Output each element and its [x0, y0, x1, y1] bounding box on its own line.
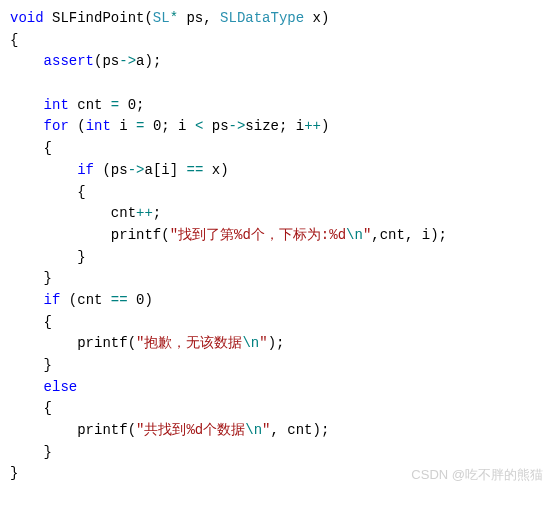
- paren: (: [161, 227, 169, 243]
- ident-i: i: [296, 118, 304, 134]
- brace-open: {: [10, 32, 18, 48]
- assert-call: assert: [44, 53, 94, 69]
- comma: ,: [371, 227, 379, 243]
- lt: <: [195, 118, 203, 134]
- ident-cnt: cnt: [77, 292, 102, 308]
- ident-ps: ps: [102, 53, 119, 69]
- eqeq: ==: [187, 162, 204, 178]
- ident-cnt: cnt: [77, 97, 102, 113]
- paren: ): [321, 118, 329, 134]
- keyword-else: else: [44, 379, 78, 395]
- semi: ;: [161, 118, 169, 134]
- semi: ;: [153, 205, 161, 221]
- arrow: ->: [229, 118, 246, 134]
- bracket: ]: [170, 162, 178, 178]
- paren: ): [313, 422, 321, 438]
- brace-open: {: [44, 400, 52, 416]
- ident-x: x: [212, 162, 220, 178]
- semi: ;: [279, 118, 287, 134]
- semi: ;: [136, 97, 144, 113]
- printf-call: printf: [77, 335, 127, 351]
- param-x: x: [313, 10, 321, 26]
- paren: ): [144, 292, 152, 308]
- star: *: [170, 10, 178, 26]
- string-literal: "共找到%d个数据: [136, 422, 245, 438]
- keyword-int: int: [44, 97, 69, 113]
- paren: ): [144, 53, 152, 69]
- ident-size: size: [245, 118, 279, 134]
- ident-i: i: [161, 162, 169, 178]
- keyword-int: int: [86, 118, 111, 134]
- paren: ): [220, 162, 228, 178]
- string-quote: ": [259, 335, 267, 351]
- eqeq: ==: [111, 292, 128, 308]
- paren: (: [69, 292, 77, 308]
- eq: =: [136, 118, 144, 134]
- num-0: 0: [128, 97, 136, 113]
- brace-open: {: [77, 184, 85, 200]
- keyword-if: if: [44, 292, 61, 308]
- comma: ,: [203, 10, 211, 26]
- function-name: SLFindPoint: [52, 10, 144, 26]
- incr: ++: [136, 205, 153, 221]
- string-literal: "抱歉，无该数据: [136, 335, 242, 351]
- type-sl: SL: [153, 10, 170, 26]
- code-block: void SLFindPoint(SL* ps, SLDataType x) {…: [10, 8, 545, 485]
- keyword-if: if: [77, 162, 94, 178]
- paren: (: [128, 335, 136, 351]
- ident-a: a: [144, 162, 152, 178]
- keyword-void: void: [10, 10, 44, 26]
- paren: ): [430, 227, 438, 243]
- ident-i: i: [178, 118, 186, 134]
- comma: ,: [270, 422, 278, 438]
- ident-ps: ps: [212, 118, 229, 134]
- brace-close: }: [10, 465, 18, 481]
- paren: (: [128, 422, 136, 438]
- eq: =: [111, 97, 119, 113]
- semi: ;: [153, 53, 161, 69]
- paren-close: ): [321, 10, 329, 26]
- semi: ;: [276, 335, 284, 351]
- ident-i: i: [119, 118, 127, 134]
- paren: (: [102, 162, 110, 178]
- brace-close: }: [44, 444, 52, 460]
- param-ps: ps: [186, 10, 203, 26]
- brace-close: }: [77, 249, 85, 265]
- arrow: ->: [119, 53, 136, 69]
- incr: ++: [304, 118, 321, 134]
- escape: \n: [242, 335, 259, 351]
- ident-cnt: cnt: [380, 227, 405, 243]
- ident-i: i: [422, 227, 430, 243]
- printf-call: printf: [77, 422, 127, 438]
- brace-open: {: [44, 314, 52, 330]
- ident-cnt: cnt: [287, 422, 312, 438]
- semi: ;: [321, 422, 329, 438]
- comma: ,: [405, 227, 413, 243]
- semi: ;: [439, 227, 447, 243]
- brace-close: }: [44, 270, 52, 286]
- brace-open: {: [44, 140, 52, 156]
- brace-close: }: [44, 357, 52, 373]
- arrow: ->: [128, 162, 145, 178]
- escape: \n: [245, 422, 262, 438]
- keyword-for: for: [44, 118, 69, 134]
- ident-cnt: cnt: [111, 205, 136, 221]
- paren: (: [77, 118, 85, 134]
- paren: ): [268, 335, 276, 351]
- type-sldatatype: SLDataType: [220, 10, 304, 26]
- ident-ps: ps: [111, 162, 128, 178]
- escape: \n: [346, 227, 363, 243]
- string-literal: "找到了第%d个，下标为:%d: [170, 227, 346, 243]
- printf-call: printf: [111, 227, 161, 243]
